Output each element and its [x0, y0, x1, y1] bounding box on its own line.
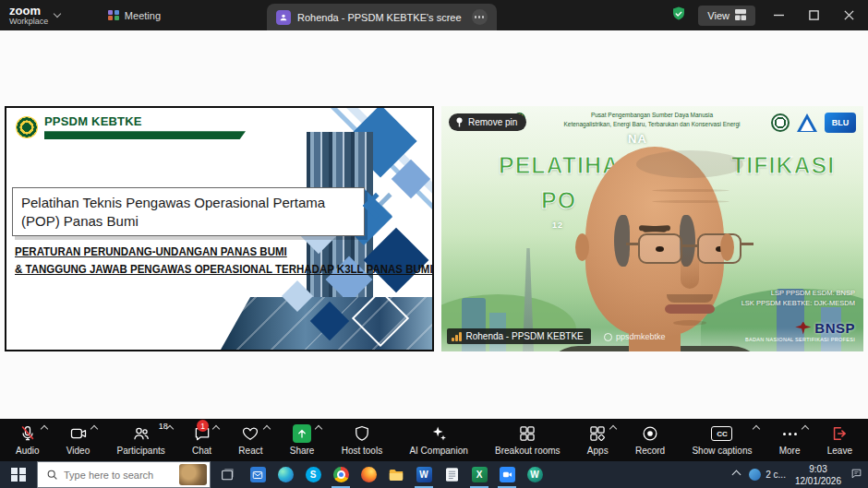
apps-button[interactable]: Apps	[585, 419, 611, 461]
notification-center-icon[interactable]	[850, 467, 862, 483]
bnsp-subtext: BADAN NASIONAL SERTIFIKASI PROFESI	[745, 337, 855, 342]
webex-app-icon[interactable]: W	[521, 461, 549, 488]
firefox-app-icon[interactable]	[355, 461, 382, 488]
chat-button[interactable]: 1 Chat	[189, 419, 214, 461]
sparkle-icon	[429, 424, 448, 443]
record-button[interactable]: Record	[633, 419, 668, 461]
cert-line2: LSK PPSDM KEBTKE: DJK-MESDM	[741, 299, 855, 309]
more-button[interactable]: More	[777, 419, 803, 461]
minimize-button[interactable]	[766, 5, 790, 27]
face	[585, 147, 724, 336]
chevron-up-icon[interactable]	[753, 425, 760, 433]
tray-status-icon	[749, 469, 761, 481]
chevron-up-icon[interactable]	[315, 425, 322, 433]
notepad-app-icon[interactable]	[438, 461, 465, 488]
system-tray: 2 c... 9:03 12/01/2026	[733, 461, 868, 488]
participant-name: Rohenda - PPSDM KEBTKE	[466, 331, 584, 341]
chat-label: Chat	[192, 446, 211, 456]
chevron-up-icon[interactable]	[165, 425, 173, 433]
video-button[interactable]: Video	[64, 419, 92, 461]
microphone-muted-icon	[18, 424, 37, 443]
watermark: ppsdmkebtke	[604, 332, 666, 341]
video-label: Video	[66, 446, 90, 456]
excel-app-icon[interactable]: X	[465, 461, 493, 488]
file-explorer-app-icon[interactable]	[382, 461, 410, 488]
windows-taskbar: S W X W 2 c... 9:03 12/01/20	[0, 461, 868, 488]
ai-companion-button[interactable]: AI Companion	[406, 419, 470, 461]
bnsp-text: BNSP	[814, 320, 855, 336]
search-highlight-image[interactable]	[179, 464, 207, 485]
folder-icon	[389, 469, 404, 481]
share-button[interactable]: Share	[287, 419, 318, 461]
tray-status-item[interactable]: 2 c...	[749, 469, 786, 481]
zoom-window: zoom Workplace Meeting Rohenda - PPSDM K…	[0, 0, 868, 488]
taskbar-clock[interactable]: 9:03 12/01/2026	[795, 463, 841, 487]
tray-chevron-up-icon[interactable]	[732, 470, 741, 480]
mail-app-icon[interactable]	[244, 461, 271, 488]
audio-button[interactable]: Audio	[13, 419, 42, 461]
pinned-apps: S W X W	[244, 461, 549, 488]
host-tools-button[interactable]: Host tools	[339, 419, 385, 461]
zoom-app-icon[interactable]	[493, 461, 521, 488]
word-app-icon[interactable]: W	[410, 461, 438, 488]
cert-line1: LSP PPSDM ESDM: BNSP	[741, 289, 855, 299]
leave-button[interactable]: Leave	[825, 419, 855, 461]
presenter-person	[550, 141, 759, 351]
document-icon	[446, 468, 458, 482]
chrome-app-icon[interactable]	[327, 461, 355, 488]
security-shield-icon[interactable]	[670, 6, 687, 26]
maximize-button[interactable]	[802, 5, 826, 27]
skype-app-icon[interactable]: S	[299, 461, 327, 488]
layout-icon	[735, 9, 746, 22]
breakout-rooms-icon	[518, 424, 536, 443]
bnsp-eagle-icon	[795, 322, 811, 335]
participant-name-badge: Rohenda - PPSDM KEBTKE	[447, 328, 591, 344]
task-view-button[interactable]	[211, 461, 244, 488]
presenter-video-panel: Pusat Pengembangan Sumber Daya Manusia K…	[441, 106, 863, 351]
share-label: Share	[290, 446, 315, 456]
record-icon	[641, 424, 659, 443]
pin-icon	[455, 117, 464, 127]
chevron-up-icon[interactable]	[801, 425, 808, 433]
leave-icon	[830, 424, 849, 443]
chevron-down-icon	[54, 9, 61, 17]
chevron-up-icon[interactable]	[263, 425, 271, 433]
remove-pin-button[interactable]: Remove pin	[449, 113, 526, 131]
chevron-up-icon[interactable]	[212, 425, 220, 433]
tab-meeting[interactable]: Meeting	[95, 0, 174, 30]
tab-options-icon[interactable]	[472, 9, 488, 25]
close-button[interactable]	[837, 5, 861, 27]
chevron-up-icon[interactable]	[90, 425, 98, 433]
participants-label: Participants	[116, 446, 164, 456]
slide-subtitle-line1: PERATURAN PERUNDANG-UNDANGAN PANAS BUMI	[15, 244, 348, 261]
view-button[interactable]: View	[698, 6, 755, 26]
apps-icon	[588, 424, 607, 443]
breakout-rooms-button[interactable]: Breakout rooms	[492, 419, 563, 461]
zoom-titlebar: zoom Workplace Meeting Rohenda - PPSDM K…	[0, 0, 868, 30]
react-label: React	[238, 446, 262, 456]
audio-label: Audio	[16, 446, 40, 456]
camera-icon	[69, 424, 88, 443]
captions-button[interactable]: CC Show captions	[689, 419, 754, 461]
participants-icon	[132, 424, 151, 443]
tab-screen-share[interactable]: Rohenda - PPSDM KEBTKE's scree	[267, 4, 497, 30]
blu-logo: BLU	[825, 113, 856, 133]
org-ribbon	[44, 131, 246, 139]
partner-logos: BLU	[771, 113, 856, 133]
start-button[interactable]	[0, 461, 37, 488]
slide-title: Pelatihan Teknis Pengawas Operasional Pe…	[21, 194, 356, 230]
react-button[interactable]: React	[235, 419, 265, 461]
more-label: More	[779, 446, 801, 456]
participants-button[interactable]: 18 Participants	[114, 419, 167, 461]
zoom-logo: zoom	[9, 5, 48, 17]
search-icon	[46, 469, 58, 481]
zoom-workplace-menu[interactable]: zoom Workplace	[0, 5, 69, 26]
meeting-tab-label: Meeting	[125, 10, 161, 21]
workplace-label: Workplace	[9, 18, 48, 26]
search-input[interactable]	[64, 470, 174, 481]
taskbar-search[interactable]	[37, 461, 211, 488]
heart-icon	[241, 424, 259, 443]
chevron-up-icon[interactable]	[609, 425, 616, 433]
chevron-up-icon[interactable]	[40, 425, 47, 433]
edge-app-icon[interactable]	[271, 461, 299, 488]
